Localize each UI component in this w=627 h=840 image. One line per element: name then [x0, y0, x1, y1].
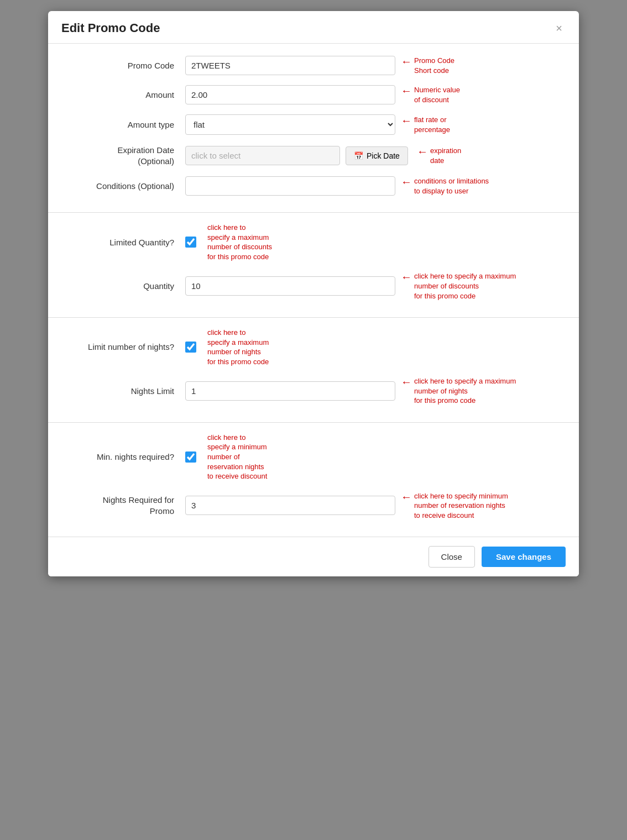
conditions-annotation: ← conditions or limitations to display t… [401, 176, 489, 196]
promo-code-label: Promo Code [64, 60, 185, 71]
nights-required-promo-arrow-icon: ← [401, 491, 412, 502]
limit-nights-checkbox[interactable] [185, 342, 196, 353]
limit-nights-annotation: click here to specify a maximum number o… [207, 328, 269, 366]
amount-annotation: ← Numeric value of discount [401, 85, 460, 104]
limited-quantity-wrap: click here to specify a maximum number o… [185, 223, 563, 261]
amount-type-select[interactable]: flat percentage [185, 114, 395, 135]
nights-limit-row: Nights Limit ← click here to specify a m… [64, 376, 563, 406]
amount-input[interactable] [185, 85, 395, 104]
close-button[interactable]: Close [429, 546, 475, 568]
limit-nights-wrap: click here to specify a maximum number o… [185, 328, 563, 366]
modal-close-button[interactable]: × [552, 22, 566, 35]
min-nights-required-wrap: click here to specify a minimum number o… [185, 433, 563, 481]
conditions-input-wrap: ← conditions or limitations to display t… [185, 176, 563, 196]
conditions-input[interactable] [185, 176, 395, 196]
nights-limit-arrow-icon: ← [401, 376, 412, 387]
conditions-annotation-text: conditions or limitations to display to … [414, 176, 489, 196]
expiration-date-label: Expiration Date (Optional) [64, 145, 185, 166]
quantity-label: Quantity [64, 281, 185, 292]
amount-type-arrow-icon: ← [401, 115, 412, 126]
save-changes-button[interactable]: Save changes [482, 547, 566, 567]
expiration-annotation-text: expiration date [430, 146, 461, 165]
min-nights-required-checkbox[interactable] [185, 452, 196, 463]
quantity-arrow-icon: ← [401, 271, 412, 282]
conditions-label: Conditions (Optional) [64, 181, 185, 192]
min-nights-required-row: Min. nights required? click here to spec… [64, 433, 563, 481]
nights-limit-annotation: ← click here to specify a maximum number… [401, 376, 516, 406]
amount-label: Amount [64, 90, 185, 101]
nights-required-promo-input-wrap: ← click here to specify minimum number o… [185, 491, 563, 521]
limit-nights-label: Limit number of nights? [64, 342, 185, 353]
amount-type-row: Amount type flat percentage ← flat rate … [64, 114, 563, 135]
promo-code-input[interactable] [185, 56, 395, 75]
amount-arrow-icon: ← [401, 85, 412, 96]
min-nights-required-annotation-text: click here to specify a minimum number o… [207, 433, 267, 481]
calendar-icon: 📅 [354, 151, 363, 160]
expiration-date-placeholder[interactable]: click to select [185, 146, 340, 165]
limited-quantity-row: Limited Quantity? click here to specify … [64, 223, 563, 261]
core-fields-section: Promo Code ← Promo Code Short code Amoun… [48, 49, 579, 212]
quantity-annotation: ← click here to specify a maximum number… [401, 271, 516, 301]
promo-code-input-wrap: ← Promo Code Short code [185, 56, 563, 75]
nights-required-promo-row: Nights Required for Promo ← click here t… [64, 491, 563, 521]
nights-required-promo-label: Nights Required for Promo [64, 495, 185, 516]
nights-required-promo-annotation-text: click here to specify minimum number of … [414, 491, 508, 521]
limited-quantity-checkbox[interactable] [185, 237, 196, 248]
promo-code-row: Promo Code ← Promo Code Short code [64, 56, 563, 75]
min-nights-section: Min. nights required? click here to spec… [48, 422, 579, 537]
amount-annotation-text: Numeric value of discount [414, 85, 460, 104]
nights-limit-section: Limit number of nights? click here to sp… [48, 317, 579, 422]
expiration-annotation: ← expiration date [417, 146, 461, 165]
limit-nights-row: Limit number of nights? click here to sp… [64, 328, 563, 366]
pick-date-label: Pick Date [367, 151, 400, 160]
amount-type-input-wrap: flat percentage ← flat rate or percentag… [185, 114, 563, 135]
min-nights-required-annotation: click here to specify a minimum number o… [207, 433, 267, 481]
promo-code-annotation-text: Promo Code Short code [414, 56, 454, 75]
promo-code-arrow-icon: ← [401, 56, 412, 67]
limited-quantity-label: Limited Quantity? [64, 237, 185, 248]
expiration-date-wrap: click to select 📅 Pick Date ← expiration… [185, 146, 563, 165]
quantity-row: Quantity ← click here to specify a maxim… [64, 271, 563, 301]
expiration-arrow-icon: ← [417, 146, 428, 157]
amount-input-wrap: ← Numeric value of discount [185, 85, 563, 104]
expiration-date-group: click to select 📅 Pick Date [185, 146, 408, 165]
quantity-input-wrap: ← click here to specify a maximum number… [185, 271, 563, 301]
min-nights-required-label: Min. nights required? [64, 452, 185, 463]
conditions-arrow-icon: ← [401, 176, 412, 187]
nights-limit-label: Nights Limit [64, 386, 185, 397]
pick-date-button[interactable]: 📅 Pick Date [346, 146, 408, 165]
modal-body: Promo Code ← Promo Code Short code Amoun… [48, 44, 579, 537]
nights-limit-input[interactable] [185, 381, 395, 401]
amount-type-label: Amount type [64, 119, 185, 130]
amount-type-annotation-text: flat rate or percentage [414, 115, 450, 134]
nights-limit-annotation-text: click here to specify a maximum number o… [414, 376, 516, 406]
limit-nights-annotation-text: click here to specify a maximum number o… [207, 328, 269, 366]
quantity-annotation-text: click here to specify a maximum number o… [414, 271, 516, 301]
nights-limit-input-wrap: ← click here to specify a maximum number… [185, 376, 563, 406]
quantity-section: Limited Quantity? click here to specify … [48, 212, 579, 317]
nights-required-promo-input[interactable] [185, 496, 395, 515]
conditions-row: Conditions (Optional) ← conditions or li… [64, 176, 563, 196]
limited-quantity-annotation: click here to specify a maximum number o… [207, 223, 272, 261]
modal-footer: Close Save changes [48, 537, 579, 576]
modal-header: Edit Promo Code × [48, 11, 579, 44]
expiration-date-row: Expiration Date (Optional) click to sele… [64, 145, 563, 166]
quantity-input[interactable] [185, 276, 395, 296]
edit-promo-modal: Edit Promo Code × Promo Code ← Promo Cod… [48, 11, 579, 576]
nights-required-promo-annotation: ← click here to specify minimum number o… [401, 491, 508, 521]
modal-title: Edit Promo Code [61, 21, 160, 35]
amount-type-annotation: ← flat rate or percentage [401, 115, 450, 134]
amount-row: Amount ← Numeric value of discount [64, 85, 563, 104]
promo-code-annotation: ← Promo Code Short code [401, 56, 454, 75]
limited-quantity-annotation-text: click here to specify a maximum number o… [207, 223, 272, 261]
